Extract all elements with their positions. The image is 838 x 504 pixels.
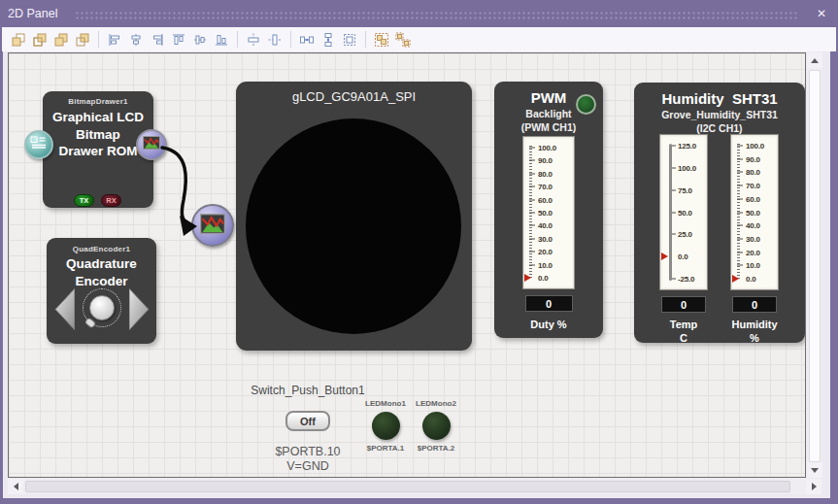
gauge-tick-label: -25.0	[678, 275, 694, 284]
image-input-port[interactable]	[191, 204, 234, 247]
align-middle-button[interactable]	[189, 29, 211, 50]
gauge-tick	[529, 148, 535, 149]
align-left-icon	[107, 32, 122, 48]
bring-to-front-button[interactable]	[8, 29, 29, 50]
text-source-port[interactable]	[24, 130, 53, 159]
gauge-tick-label: 0.0	[678, 252, 688, 261]
gauge-tick-label: 80.0	[746, 168, 760, 177]
vertical-scroll-thumb[interactable]	[809, 70, 821, 462]
gauge-pointer[interactable]	[661, 252, 668, 260]
gauge-tick-label: 25.0	[678, 230, 692, 239]
pwm-channel-label: (PWM CH1)	[494, 121, 603, 133]
titlebar-gripper[interactable]	[75, 11, 799, 19]
gauge-tick	[672, 146, 676, 147]
tx-badge: TX	[74, 194, 94, 207]
humidity-block[interactable]: Humidity SHT31 Grove_Humidity_SHT31 (I2C…	[634, 83, 805, 343]
led-mono-2[interactable]: LEDMono2 $PORTA.2	[409, 399, 463, 453]
gauge-tick-label: 100.0	[538, 144, 556, 152]
toolbar-separator	[365, 31, 366, 48]
gauge-tick-label: 30.0	[746, 234, 760, 243]
ungroup-button[interactable]	[392, 29, 414, 50]
close-icon[interactable]: ✕	[813, 5, 830, 22]
gauge-tick-label: 80.0	[538, 169, 553, 178]
gauge-tick	[529, 186, 535, 187]
encoder-right-arrow-button[interactable]	[129, 287, 150, 335]
gauge-tick	[529, 252, 535, 252]
pwm-duty-gauge[interactable]: 100.090.080.070.060.050.040.030.020.010.…	[522, 136, 575, 289]
humidity-gauge[interactable]: 100.090.080.070.060.050.040.030.020.010.…	[730, 134, 779, 290]
gauge-tick	[737, 252, 743, 252]
gauge-tick-label: 0.0	[746, 275, 756, 284]
glcd-screen	[246, 118, 461, 334]
same-size-button[interactable]	[339, 29, 360, 50]
humidity-title: Humidity SHT31	[634, 90, 805, 107]
space-down-button[interactable]	[318, 29, 339, 50]
gauge-tick-label: 10.0	[746, 261, 760, 270]
push-button-group: Switch_Push_Button1 Off $PORTB.10 V=GND	[240, 384, 376, 473]
quad-encoder-title: Quadrature Encoder	[47, 255, 156, 289]
pwm-led-indicator	[576, 94, 596, 115]
center-vertical-button[interactable]	[264, 29, 285, 50]
bring-to-front-icon	[11, 32, 26, 48]
gauge-tick-label: 20.0	[538, 248, 553, 256]
center-horizontal-button[interactable]	[243, 29, 264, 50]
gauge-tick	[672, 167, 676, 168]
gauge-tick	[672, 189, 676, 190]
horizontal-scrollbar[interactable]	[8, 479, 821, 494]
align-top-button[interactable]	[168, 29, 189, 50]
humidity-channel-label: (I2C CH1)	[634, 122, 805, 134]
align-center-button[interactable]	[125, 29, 147, 50]
scroll-down-button[interactable]	[807, 462, 822, 478]
gauge-tick-label: 125.0	[678, 142, 696, 151]
scroll-right-button[interactable]	[806, 479, 821, 494]
titlebar[interactable]: 2D Panel ✕	[0, 0, 838, 27]
pwm-block[interactable]: PWM Backlight (PWM CH1) 100.090.080.070.…	[494, 82, 603, 338]
toolbar-separator	[237, 31, 238, 48]
gauge-tick	[529, 213, 535, 214]
send-to-back-button[interactable]	[29, 29, 50, 50]
send-backward-button[interactable]	[72, 29, 93, 50]
gauge-tick-label: 90.0	[538, 156, 553, 165]
bring-forward-icon	[53, 32, 69, 48]
led-instance-label: LEDMono2	[416, 399, 456, 408]
led-mono-1[interactable]: LEDMono1 $PORTA.1	[358, 399, 413, 453]
align-right-button[interactable]	[147, 29, 168, 50]
gauge-tick	[737, 238, 743, 239]
gauge-pointer[interactable]	[524, 274, 531, 282]
center-horizontal-icon	[246, 32, 261, 48]
gauge-tick-label: 60.0	[746, 194, 760, 203]
vertical-scrollbar[interactable]	[807, 52, 822, 478]
temp-gauge[interactable]: 125.0100.075.050.025.00.0-25.0	[659, 134, 708, 290]
panel-canvas[interactable]: BitmapDrawer1 Graphical LCD Bitmap Drawe…	[8, 52, 806, 478]
gauge-tick	[737, 212, 743, 213]
window-title: 2D Panel	[8, 7, 57, 20]
horizontal-scroll-thumb[interactable]	[25, 481, 790, 492]
image-output-port[interactable]	[136, 129, 167, 160]
space-across-button[interactable]	[296, 29, 318, 50]
send-backward-icon	[75, 32, 90, 48]
scroll-up-icon	[811, 58, 819, 63]
align-center-icon	[128, 32, 144, 48]
scroll-up-button[interactable]	[807, 52, 822, 68]
rx-badge: RX	[101, 194, 121, 207]
group-button[interactable]	[371, 29, 392, 50]
bring-forward-button[interactable]	[50, 29, 72, 50]
led-indicator	[372, 412, 400, 440]
push-button[interactable]: Off	[285, 411, 330, 431]
scroll-left-button[interactable]	[8, 479, 23, 494]
gauge-tick-label: 100.0	[746, 142, 764, 151]
pwm-duty-value: 0	[525, 295, 573, 312]
glcd-block[interactable]: gLCD_GC9A01A_SPI	[236, 82, 472, 351]
humidity-value: 0	[732, 296, 777, 313]
quad-encoder-block[interactable]: QuadEncoder1 Quadrature Encoder	[47, 238, 156, 344]
align-bottom-button[interactable]	[211, 29, 232, 50]
encoder-left-arrow-button[interactable]	[54, 287, 75, 335]
align-left-button[interactable]	[104, 29, 125, 50]
gauge-tick-label: 10.0	[538, 260, 553, 269]
encoder-knob[interactable]	[89, 295, 115, 320]
gauge-pointer[interactable]	[732, 275, 739, 283]
2d-panel-window: 2D Panel ✕ BitmapDrawer1 Graphical LCD B…	[0, 0, 838, 504]
align-right-icon	[150, 32, 165, 48]
gauge-tick-label: 100.0	[678, 163, 696, 172]
gauge-tick	[737, 265, 743, 266]
